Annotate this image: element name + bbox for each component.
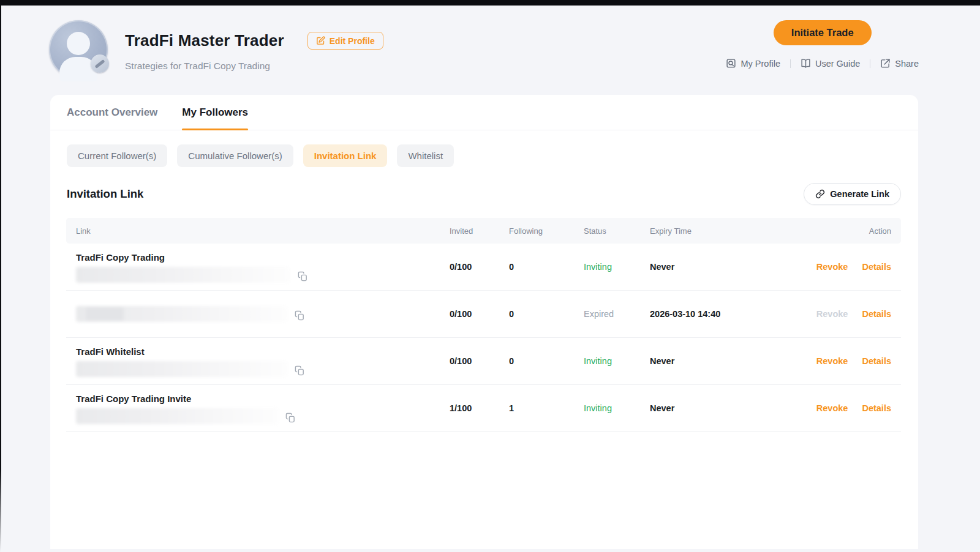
share-link[interactable]: Share xyxy=(880,58,919,69)
details-button[interactable]: Details xyxy=(862,403,891,413)
revoke-button: Revoke xyxy=(816,309,848,319)
section-row: Invitation Link Generate Link xyxy=(50,167,918,205)
redacted-link-url xyxy=(76,408,278,424)
link-name: TradFi Copy Trading xyxy=(76,252,445,263)
tab-my-followers[interactable]: My Followers xyxy=(182,95,248,130)
status-badge: Expired xyxy=(584,309,614,319)
user-guide-link[interactable]: User Guide xyxy=(801,58,860,69)
status-badge: Inviting xyxy=(584,403,612,413)
share-label: Share xyxy=(895,59,919,69)
initiate-trade-button[interactable]: Initiate Trade xyxy=(774,20,872,45)
column-header-expiry-time: Expiry Time xyxy=(650,226,791,236)
table-row: TradFi Whitelist 0/100 0 Inviting Never … xyxy=(66,338,901,385)
following-count: 0 xyxy=(509,262,584,272)
invited-count: 1/100 xyxy=(450,403,509,413)
expiry-time: Never xyxy=(650,262,791,272)
link-name: TradFi Whitelist xyxy=(76,346,445,357)
avatar xyxy=(49,20,108,79)
window-left-edge xyxy=(0,0,1,552)
chain-link-icon xyxy=(815,189,825,199)
redacted-link-url xyxy=(76,361,287,377)
details-button[interactable]: Details xyxy=(862,356,891,366)
my-profile-icon xyxy=(726,58,736,69)
subtab-bar: Current Follower(s) Cumulative Follower(… xyxy=(50,130,918,167)
generate-link-label: Generate Link xyxy=(830,189,889,199)
expiry-time: Never xyxy=(650,356,791,366)
copy-icon[interactable] xyxy=(295,310,305,322)
revoke-button[interactable]: Revoke xyxy=(816,356,848,366)
table-row: TradFi Copy Trading Invite 1/100 1 Invit… xyxy=(66,385,901,432)
share-icon xyxy=(880,58,891,69)
edit-pencil-icon xyxy=(316,36,325,45)
details-button[interactable]: Details xyxy=(862,262,891,272)
revoke-button[interactable]: Revoke xyxy=(816,262,848,272)
link-name: TradFi Copy Trading Invite xyxy=(76,393,445,405)
avatar-edit-badge-icon xyxy=(91,54,109,73)
header-right: Initiate Trade My Profile User Guide xyxy=(726,20,919,69)
subtab-cumulative-followers[interactable]: Cumulative Follower(s) xyxy=(177,144,293,167)
page-header: TradFi Master Trader Edit Profile Strate… xyxy=(0,0,980,79)
status-badge: Inviting xyxy=(584,262,612,272)
copy-icon[interactable] xyxy=(298,271,308,283)
profile-text: TradFi Master Trader Edit Profile Strate… xyxy=(125,20,383,72)
column-header-following: Following xyxy=(509,226,584,236)
column-header-status: Status xyxy=(584,226,650,236)
copy-icon[interactable] xyxy=(295,365,305,377)
invitation-link-table: Link Invited Following Status Expiry Tim… xyxy=(66,218,901,432)
subtab-whitelist[interactable]: Whitelist xyxy=(397,144,454,167)
following-count: 0 xyxy=(509,309,584,319)
tab-account-overview[interactable]: Account Overview xyxy=(67,95,157,130)
my-profile-link[interactable]: My Profile xyxy=(726,58,780,69)
header-links: My Profile User Guide Share xyxy=(726,58,919,69)
table-row: TradFi Copy Trading 0/100 0 Inviting Nev… xyxy=(66,244,901,291)
user-guide-label: User Guide xyxy=(815,59,860,69)
window-top-bar xyxy=(0,0,980,6)
invited-count: 0/100 xyxy=(450,356,509,366)
page-subtitle: Strategies for TradFi Copy Trading xyxy=(125,61,383,72)
edit-profile-button[interactable]: Edit Profile xyxy=(307,32,383,50)
section-title: Invitation Link xyxy=(67,187,143,201)
invited-count: 0/100 xyxy=(450,309,509,319)
status-badge: Inviting xyxy=(584,356,612,366)
redacted-link-url xyxy=(76,267,290,283)
revoke-button[interactable]: Revoke xyxy=(816,403,848,413)
my-profile-label: My Profile xyxy=(741,59,780,69)
generate-link-button[interactable]: Generate Link xyxy=(804,183,901,205)
expiry-time: Never xyxy=(650,403,791,413)
subtab-invitation-link[interactable]: Invitation Link xyxy=(303,144,388,167)
divider xyxy=(870,59,870,68)
page-title: TradFi Master Trader xyxy=(125,31,284,50)
avatar-person-icon xyxy=(67,32,90,55)
table-header: Link Invited Following Status Expiry Tim… xyxy=(66,218,901,244)
column-header-invited: Invited xyxy=(450,226,509,236)
table-row: 0/100 0 Expired 2026-03-10 14:40 Revoke … xyxy=(66,291,901,338)
column-header-action: Action xyxy=(791,226,901,236)
following-count: 0 xyxy=(509,356,584,366)
tab-bar: Account Overview My Followers xyxy=(50,95,918,130)
edit-profile-label: Edit Profile xyxy=(330,36,375,46)
divider xyxy=(790,59,791,68)
expiry-time: 2026-03-10 14:40 xyxy=(650,309,791,319)
column-header-link: Link xyxy=(66,226,450,236)
invited-count: 0/100 xyxy=(450,262,509,272)
details-button[interactable]: Details xyxy=(862,309,891,319)
profile-block: TradFi Master Trader Edit Profile Strate… xyxy=(49,20,383,79)
main-card: Account Overview My Followers Current Fo… xyxy=(50,95,918,549)
book-icon xyxy=(801,58,811,69)
following-count: 1 xyxy=(509,403,584,413)
redacted-link-url xyxy=(76,306,287,322)
copy-icon[interactable] xyxy=(285,412,296,424)
subtab-current-followers[interactable]: Current Follower(s) xyxy=(67,144,167,167)
